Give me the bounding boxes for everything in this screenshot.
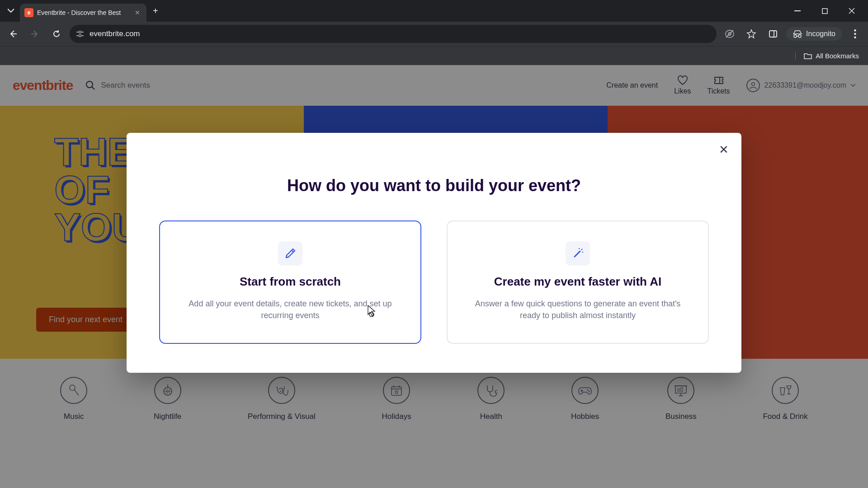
modal-title: How do you want to build your event? — [143, 176, 725, 195]
modal-wrapper: ✕ How do you want to build your event? S… — [0, 65, 868, 488]
tab-search-button[interactable] — [4, 4, 18, 18]
arrow-right-icon — [30, 29, 39, 38]
svg-point-42 — [582, 252, 583, 253]
svg-point-41 — [581, 249, 583, 250]
svg-point-6 — [79, 31, 81, 33]
tab-title: Eventbrite - Discover the Best — [37, 9, 129, 16]
maximize-button[interactable] — [812, 2, 837, 20]
option-title: Create my event faster with AI — [494, 275, 661, 289]
reload-button[interactable] — [48, 25, 65, 42]
option-title: Start from scratch — [240, 275, 341, 289]
all-bookmarks-button[interactable]: All Bookmarks — [795, 52, 859, 60]
modal-options: Start from scratch Add all your event de… — [143, 221, 725, 344]
site-settings-icon[interactable] — [76, 30, 84, 38]
tracking-protection-icon[interactable] — [721, 25, 738, 42]
browser-toolbar: eventbrite.com Incognito — [0, 22, 868, 46]
minimize-icon — [794, 10, 801, 11]
side-panel-button[interactable] — [764, 25, 782, 42]
new-tab-button[interactable]: + — [148, 4, 163, 18]
forward-button — [26, 25, 43, 42]
build-event-modal: ✕ How do you want to build your event? S… — [127, 133, 741, 373]
bookmark-star-button[interactable] — [743, 25, 760, 42]
pencil-icon — [278, 241, 302, 266]
incognito-label: Incognito — [806, 30, 835, 38]
option-description: Answer a few quick questions to generate… — [474, 298, 682, 321]
back-button[interactable] — [5, 25, 22, 42]
browser-chrome: e Eventbrite - Discover the Best ✕ + eve… — [0, 0, 868, 65]
page-content: eventbrite Search events Create an event… — [0, 65, 868, 488]
folder-icon — [804, 52, 812, 60]
svg-rect-0 — [794, 10, 801, 11]
maximize-icon — [822, 8, 828, 14]
tab-strip: e Eventbrite - Discover the Best ✕ + — [0, 0, 868, 22]
address-bar[interactable]: eventbrite.com — [70, 25, 717, 43]
close-window-button[interactable] — [839, 2, 864, 20]
eventbrite-favicon: e — [24, 8, 33, 17]
browser-tab[interactable]: e Eventbrite - Discover the Best ✕ — [20, 4, 146, 22]
magic-wand-icon — [566, 241, 590, 266]
kebab-icon — [854, 29, 856, 38]
close-icon — [849, 8, 855, 14]
tab-close-button[interactable]: ✕ — [133, 8, 142, 17]
svg-point-12 — [854, 29, 856, 31]
incognito-indicator[interactable]: Incognito — [786, 27, 842, 41]
all-bookmarks-label: All Bookmarks — [816, 52, 859, 60]
svg-rect-1 — [822, 9, 827, 14]
url-text: eventbrite.com — [90, 29, 140, 38]
svg-rect-10 — [769, 31, 777, 37]
minimize-button[interactable] — [785, 2, 810, 20]
svg-point-7 — [79, 35, 81, 37]
arrow-left-icon — [9, 29, 18, 38]
svg-point-14 — [854, 37, 856, 38]
reload-icon — [52, 29, 61, 38]
svg-line-40 — [575, 251, 580, 257]
chevron-down-icon — [8, 8, 14, 14]
bookmarks-bar: All Bookmarks — [0, 46, 868, 65]
modal-close-button[interactable]: ✕ — [719, 143, 729, 157]
incognito-icon — [793, 30, 802, 38]
browser-menu-button[interactable] — [846, 25, 863, 42]
svg-point-13 — [854, 33, 856, 35]
option-start-from-scratch[interactable]: Start from scratch Add all your event de… — [159, 221, 421, 344]
window-controls — [785, 2, 864, 20]
option-description: Add all your event details, create new t… — [186, 298, 394, 321]
option-create-with-ai[interactable]: Create my event faster with AI Answer a … — [447, 221, 709, 344]
svg-point-43 — [579, 248, 580, 249]
